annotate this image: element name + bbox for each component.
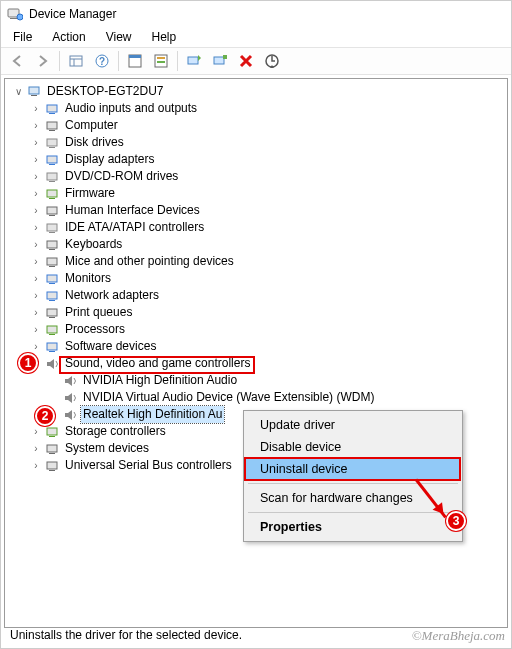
category-display-adapters[interactable]: ›Display adapters (7, 151, 505, 168)
expander-icon[interactable]: › (29, 117, 43, 134)
expander-icon[interactable]: › (29, 253, 43, 270)
context-separator (248, 512, 458, 513)
svg-rect-40 (49, 283, 55, 284)
properties-button[interactable] (123, 49, 147, 73)
expander-icon[interactable]: › (29, 100, 43, 117)
app-icon (7, 6, 23, 22)
tree-root[interactable]: ∨ DESKTOP-EGT2DU7 (7, 83, 505, 100)
context-disable[interactable]: Disable device (246, 436, 460, 458)
category-label: Disk drives (63, 134, 126, 151)
svg-rect-25 (47, 156, 57, 163)
expander-icon[interactable]: › (29, 304, 43, 321)
expander-icon[interactable]: › (29, 321, 43, 338)
device-category-icon (45, 441, 61, 457)
device-category-icon (45, 152, 61, 168)
help-button[interactable]: ? (90, 49, 114, 73)
expander-icon[interactable]: › (29, 338, 43, 355)
category-computer[interactable]: ›Computer (7, 117, 505, 134)
svg-rect-35 (47, 241, 57, 248)
category-mice[interactable]: ›Mice and other pointing devices (7, 253, 505, 270)
svg-rect-14 (214, 57, 224, 64)
root-label: DESKTOP-EGT2DU7 (45, 83, 165, 100)
context-update[interactable]: Update driver (246, 414, 460, 436)
context-properties[interactable]: Properties (246, 516, 460, 538)
category-label: Computer (63, 117, 120, 134)
expander-icon[interactable]: › (29, 168, 43, 185)
category-audio-inputs[interactable]: ›Audio inputs and outputs (7, 100, 505, 117)
device-category-icon (45, 458, 61, 474)
svg-rect-51 (47, 445, 57, 452)
forward-button[interactable] (31, 49, 55, 73)
expander-icon[interactable]: › (29, 287, 43, 304)
category-label: Keyboards (63, 236, 124, 253)
category-label: DVD/CD-ROM drives (63, 168, 180, 185)
category-processors[interactable]: ›Processors (7, 321, 505, 338)
category-ide[interactable]: ›IDE ATA/ATAPI controllers (7, 219, 505, 236)
category-monitors[interactable]: ›Monitors (7, 270, 505, 287)
disable-button[interactable] (234, 49, 258, 73)
svg-rect-19 (47, 105, 57, 112)
svg-rect-18 (31, 95, 37, 96)
menu-view[interactable]: View (98, 28, 140, 46)
category-disk-drives[interactable]: ›Disk drives (7, 134, 505, 151)
svg-rect-23 (47, 139, 57, 146)
svg-rect-1 (10, 18, 17, 19)
scan-button[interactable] (260, 49, 284, 73)
expander-icon[interactable]: › (29, 185, 43, 202)
svg-rect-31 (47, 207, 57, 214)
expander-icon[interactable]: › (29, 219, 43, 236)
category-keyboards[interactable]: ›Keyboards (7, 236, 505, 253)
expander-icon[interactable]: › (29, 440, 43, 457)
expander-icon[interactable]: › (29, 202, 43, 219)
category-hid[interactable]: ›Human Interface Devices (7, 202, 505, 219)
toolbar-divider (177, 51, 178, 71)
device-nvidia-virtual[interactable]: NVIDIA Virtual Audio Device (Wave Extens… (7, 389, 505, 406)
device-label: NVIDIA Virtual Audio Device (Wave Extens… (81, 389, 376, 406)
device-category-icon (45, 288, 61, 304)
update-driver-button[interactable] (182, 49, 206, 73)
expander-icon[interactable]: ∨ (11, 83, 25, 100)
expander-icon[interactable]: › (29, 134, 43, 151)
category-label: Universal Serial Bus controllers (63, 457, 234, 474)
expander-icon[interactable]: › (29, 236, 43, 253)
svg-rect-17 (29, 87, 39, 94)
speaker-icon (63, 407, 79, 423)
expander-icon[interactable]: › (29, 270, 43, 287)
category-label: Display adapters (63, 151, 156, 168)
svg-rect-34 (49, 232, 55, 233)
menu-file[interactable]: File (5, 28, 40, 46)
device-category-icon (45, 305, 61, 321)
svg-rect-11 (157, 57, 165, 59)
show-hidden-button[interactable] (64, 49, 88, 73)
device-tree-container: ∨ DESKTOP-EGT2DU7 ›Audio inputs and outp… (4, 78, 508, 628)
device-category-icon (45, 339, 61, 355)
expander-icon[interactable]: › (29, 457, 43, 474)
category-network[interactable]: ›Network adapters (7, 287, 505, 304)
svg-rect-41 (47, 292, 57, 299)
category-label: Audio inputs and outputs (63, 100, 199, 117)
action-button[interactable] (149, 49, 173, 73)
category-ports[interactable]: ›Print queues (7, 304, 505, 321)
menu-help[interactable]: Help (144, 28, 185, 46)
svg-rect-54 (49, 470, 55, 471)
category-software[interactable]: ›Software devices (7, 338, 505, 355)
category-label: Firmware (63, 185, 117, 202)
category-sound[interactable]: ∨ Sound, video and game controllers (7, 355, 505, 372)
device-label: NVIDIA High Definition Audio (81, 372, 239, 389)
category-dvd-cd[interactable]: ›DVD/CD-ROM drives (7, 168, 505, 185)
context-uninstall[interactable]: Uninstall device (246, 458, 460, 480)
category-firmware[interactable]: ›Firmware (7, 185, 505, 202)
device-nvidia-hda[interactable]: NVIDIA High Definition Audio (7, 372, 505, 389)
device-category-icon (45, 220, 61, 236)
category-label: Print queues (63, 304, 134, 321)
uninstall-button[interactable] (208, 49, 232, 73)
expander-icon[interactable]: › (29, 423, 43, 440)
back-button[interactable] (5, 49, 29, 73)
svg-rect-42 (49, 300, 55, 301)
annotation-badge-1: 1 (18, 353, 38, 373)
status-text: Uninstalls the driver for the selected d… (10, 628, 242, 642)
svg-rect-3 (70, 56, 82, 66)
category-label: Human Interface Devices (63, 202, 202, 219)
expander-icon[interactable]: › (29, 151, 43, 168)
menu-action[interactable]: Action (44, 28, 93, 46)
